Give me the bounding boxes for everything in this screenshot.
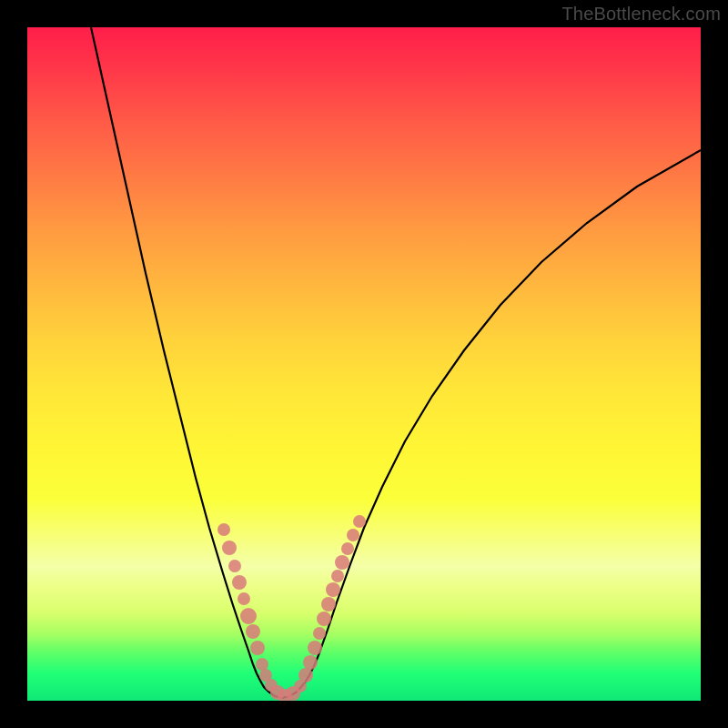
data-dot (335, 555, 349, 570)
data-dot (308, 641, 322, 655)
data-dot (303, 655, 318, 670)
data-dot (313, 627, 326, 640)
data-dot (238, 592, 250, 605)
curve-right-path (282, 150, 701, 698)
data-dot (331, 570, 344, 582)
data-dot (321, 597, 336, 612)
data-dot (222, 541, 237, 555)
watermark-text: TheBottleneck.com (561, 4, 721, 25)
data-dot (217, 523, 230, 536)
data-dot (298, 668, 313, 682)
data-dot (326, 582, 340, 597)
data-dot (228, 560, 241, 572)
data-dot (256, 658, 268, 671)
data-dot (347, 529, 359, 541)
data-dot (353, 515, 366, 528)
data-dot (317, 612, 331, 626)
curve-left-path (91, 27, 282, 698)
data-dot (240, 608, 257, 624)
bottleneck-curve-svg (27, 27, 701, 701)
data-dot (246, 624, 260, 639)
data-dot (250, 641, 265, 655)
chart-area (27, 27, 701, 701)
data-dots (217, 515, 366, 701)
data-dot (232, 575, 247, 590)
data-dot (341, 542, 354, 555)
